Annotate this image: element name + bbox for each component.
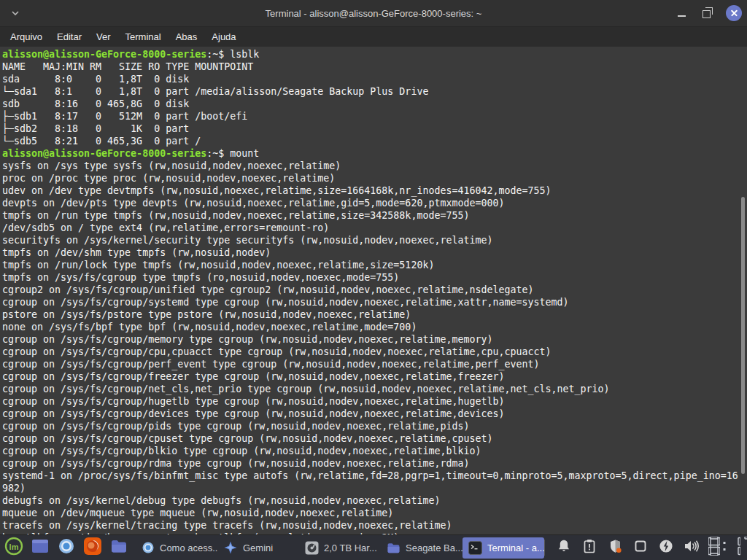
task-button-1[interactable]: Como acess... <box>136 537 217 559</box>
firefox-icon <box>83 537 102 559</box>
terminal-output-line: systemd-1 on /proc/sys/fs/binfmt_misc ty… <box>2 470 747 482</box>
prompt-user-host: alisson@alisson-GeForce-8000-series <box>2 49 206 60</box>
terminal-output-line: ├─sdb1 8:17 0 512M 0 part /boot/efi <box>2 110 747 122</box>
terminal-prompt-line: alisson@alisson-GeForce-8000-series:~$ l… <box>2 48 747 61</box>
folder-icon <box>110 537 128 558</box>
terminal-output-line: NAME MAJ:MIN RM SIZE RO TYPE MOUNTPOINT <box>2 61 747 73</box>
terminal-output-line: cgroup on /sys/fs/cgroup/cpu,cpuacct typ… <box>2 346 747 358</box>
menu-item-editar[interactable]: Editar <box>50 29 89 44</box>
mint-menu-button[interactable]: lm <box>4 538 23 557</box>
terminal-output-line: ├─sdb2 8:18 0 1K 0 part <box>2 122 747 135</box>
terminal-output-line: none on /sys/fs/bpf type bpf (rw,nosuid,… <box>2 321 747 333</box>
system-tray <box>544 540 700 556</box>
bell-icon <box>557 539 571 556</box>
terminal-output-line: pstore on /sys/fs/pstore type pstore (rw… <box>2 308 747 321</box>
clock-digit <box>729 537 740 559</box>
task-label: 2,0 TB Har... <box>324 542 377 553</box>
terminal-output-line: cgroup on /sys/fs/cgroup/pids type cgrou… <box>2 420 747 432</box>
terminal-output-line: cgroup2 on /sys/fs/cgroup/unified type c… <box>2 284 747 296</box>
terminal-output-line: tmpfs on /run type tmpfs (rw,nosuid,node… <box>2 209 747 222</box>
terminal-output-line: /dev/sdb5 on / type ext4 (rw,relatime,er… <box>2 222 747 234</box>
task-button-4[interactable]: Seagate Ba... <box>381 537 462 559</box>
titlebar[interactable]: Terminal - alisson@alisson-GeForce-8000-… <box>0 0 747 27</box>
clipboard-alert-icon <box>582 539 597 556</box>
tray-volume[interactable] <box>684 540 700 556</box>
show-desktop-button[interactable] <box>31 538 50 557</box>
task-button-2[interactable]: Gemini <box>217 537 299 559</box>
terminal-output-line: └─sda1 8:1 0 1,8T 0 part /media/alisson/… <box>2 85 747 98</box>
terminal-output-line: sdb 8:16 0 465,8G 0 disk <box>2 98 747 110</box>
desktop: Terminal - alisson@alisson-GeForce-8000-… <box>0 0 747 560</box>
chromium-launcher[interactable] <box>57 538 76 557</box>
shield-icon <box>608 539 623 557</box>
speaker-icon <box>684 539 700 556</box>
svg-text:lm: lm <box>9 542 19 551</box>
menu-item-abas[interactable]: Abas <box>169 29 205 44</box>
terminal-output-line: └─sdb5 8:21 0 465,3G 0 part / <box>2 135 747 147</box>
terminal-output-line: proc on /proc type proc (rw,nosuid,nodev… <box>2 172 747 184</box>
firefox-launcher[interactable] <box>83 538 102 557</box>
terminal-output-line: cgroup on /sys/fs/cgroup/rdma type cgrou… <box>2 457 747 470</box>
task-button-5[interactable]: Terminal - a... <box>462 537 544 559</box>
menu-item-terminal[interactable]: Terminal <box>118 29 169 44</box>
terminal-output-line: cgroup on /sys/fs/cgroup/systemd type cg… <box>2 296 747 308</box>
terminal-output-line: tmpfs on /run/lock type tmpfs (rw,nosuid… <box>2 259 747 271</box>
task-button-3[interactable]: 2,0 TB Har... <box>299 537 381 559</box>
terminal-output-line: tmpfs on /sys/fs/cgroup type tmpfs (ro,n… <box>2 271 747 284</box>
clock[interactable] <box>708 537 747 559</box>
tray-firewall[interactable] <box>607 540 623 556</box>
task-label: Como acess... <box>160 542 217 553</box>
terminal-output-line: cgroup on /sys/fs/cgroup/cpuset type cgr… <box>2 432 747 445</box>
terminal-output-line: securityfs on /sys/kernel/security type … <box>2 234 747 246</box>
terminal-output-line: cgroup on /sys/fs/cgroup/net_cls,net_pri… <box>2 383 747 395</box>
menu-item-arquivo[interactable]: Arquivo <box>3 29 50 44</box>
tray-power-manager[interactable] <box>658 540 674 556</box>
terminal-icon <box>468 541 482 555</box>
window-title: Terminal - alisson@alisson-GeForce-8000-… <box>0 8 747 19</box>
terminal-output-line: 982) <box>2 482 747 494</box>
prompt-command: :~$ mount <box>206 148 259 159</box>
launcher-area: lm <box>4 538 128 557</box>
maximize-button[interactable] <box>699 4 716 22</box>
task-label: Terminal - a... <box>487 542 544 553</box>
terminal-scrollbar-thumb[interactable] <box>741 197 745 474</box>
terminal-output-line: udev on /dev type devtmpfs (rw,nosuid,no… <box>2 184 747 197</box>
terminal-output-line: cgroup on /sys/fs/cgroup/blkio type cgro… <box>2 445 747 457</box>
terminal-viewport[interactable]: alisson@alisson-GeForce-8000-series:~$ l… <box>0 47 747 534</box>
terminal-output-line: devpts on /dev/pts type devpts (rw,nosui… <box>2 197 747 209</box>
terminal-output-line: debugfs on /sys/kernel/debug type debugf… <box>2 494 747 507</box>
chromium-icon <box>142 541 155 554</box>
tray-workspace[interactable] <box>632 540 649 556</box>
terminal-output-line: sda 8:0 0 1,8T 0 disk <box>2 73 747 85</box>
mint-logo-icon: lm <box>4 537 23 559</box>
square-icon <box>633 539 648 556</box>
terminal-output-line: cgroup on /sys/fs/cgroup/perf_event type… <box>2 358 747 370</box>
terminal-output-line: mqueue on /dev/mqueue type mqueue (rw,no… <box>2 507 747 519</box>
menubar: ArquivoEditarVerTerminalAbasAjuda <box>0 27 747 47</box>
clock-digit <box>743 537 747 559</box>
tray-separator <box>544 540 545 556</box>
taskbar: lm Como acess...Gemini2,0 TB Har...Seaga… <box>0 534 747 560</box>
prompt-command: :~$ lsblk <box>206 49 259 60</box>
task-button-area: Como acess...Gemini2,0 TB Har...Seagate … <box>136 535 544 560</box>
power-bolt-icon <box>659 539 673 556</box>
minimize-icon <box>678 15 686 17</box>
terminal-output-line: cgroup on /sys/fs/cgroup/freezer type cg… <box>2 370 747 383</box>
terminal-output-line: cgroup on /sys/fs/cgroup/devices type cg… <box>2 408 747 420</box>
menu-item-ajuda[interactable]: Ajuda <box>204 29 243 44</box>
window-icon <box>31 537 50 559</box>
minimize-button[interactable] <box>673 4 690 22</box>
terminal-output-line: cgroup on /sys/fs/cgroup/memory type cgr… <box>2 333 747 346</box>
tray-notifications[interactable] <box>556 540 572 556</box>
gemini-sparkle-icon <box>223 540 238 555</box>
tray-update-manager[interactable] <box>581 540 597 556</box>
chromium-icon <box>58 537 75 558</box>
terminal-output-line: sysfs on /sys type sysfs (rw,nosuid,node… <box>2 160 747 172</box>
menu-item-ver[interactable]: Ver <box>89 29 118 44</box>
prompt-user-host: alisson@alisson-GeForce-8000-series <box>2 148 206 159</box>
task-label: Gemini <box>243 542 273 553</box>
file-manager-launcher[interactable] <box>109 538 128 557</box>
terminal-output-line: cgroup on /sys/fs/cgroup/hugetlb type cg… <box>2 395 747 408</box>
close-button[interactable] <box>725 4 743 22</box>
clock-colon <box>722 537 727 559</box>
